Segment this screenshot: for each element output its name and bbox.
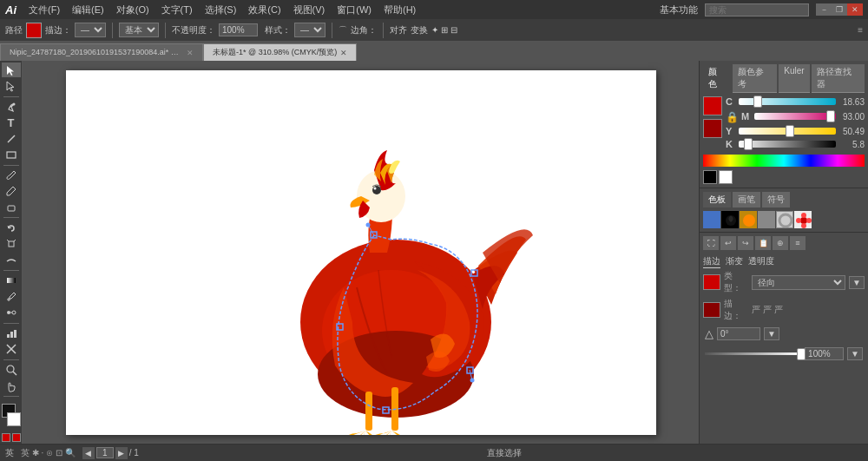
background-color[interactable] (7, 412, 21, 426)
panel-toggle[interactable]: ≡ (858, 25, 863, 35)
menu-effect[interactable]: 效果(C) (243, 2, 286, 18)
props-icon-5[interactable]: ⊕ (773, 236, 788, 250)
svg-point-22 (372, 186, 381, 194)
swatch-flower[interactable] (794, 211, 812, 228)
props-icon-6[interactable]: ≡ (790, 236, 806, 250)
fill-swatch[interactable] (26, 23, 42, 38)
y-slider-thumb[interactable] (786, 125, 794, 137)
menu-view[interactable]: 视图(V) (288, 2, 331, 18)
svg-rect-2 (7, 152, 16, 158)
restore-button[interactable]: ❐ (832, 3, 847, 16)
menu-file[interactable]: 文件(F) (23, 2, 65, 18)
warp-tool-btn[interactable] (2, 253, 21, 267)
opacity-menu-btn[interactable]: ▼ (847, 347, 863, 360)
eraser-tool-btn[interactable] (2, 200, 21, 214)
prev-page-btn[interactable]: ◀ (82, 447, 95, 459)
color-tab[interactable]: 颜色 (703, 64, 731, 93)
rect-tool-btn[interactable] (2, 147, 21, 161)
c-slider-track[interactable] (739, 98, 836, 105)
menu-text[interactable]: 文字(T) (156, 2, 198, 18)
opacity-slider-thumb[interactable] (797, 348, 806, 360)
type-select[interactable]: 径向 (752, 275, 845, 290)
k-slider-track[interactable] (739, 141, 836, 148)
menu-select[interactable]: 选择(S) (200, 2, 242, 18)
stroke-tab-label[interactable]: 描边 (703, 255, 720, 268)
tab-2[interactable]: 未标题-1* @ 310.98% (CMYK/预览) ✕ (203, 43, 357, 61)
hand-tool-btn[interactable] (2, 379, 21, 393)
black-swatch[interactable] (703, 170, 717, 184)
brushes-tab[interactable]: 画笔 (733, 192, 760, 207)
swatch-ring[interactable] (776, 211, 793, 228)
gradient-tool-btn[interactable] (2, 273, 21, 288)
scale-tool-btn[interactable] (2, 236, 21, 251)
swatch-blue[interactable] (703, 211, 720, 228)
white-swatch[interactable] (719, 170, 733, 184)
opacity-input[interactable] (219, 23, 258, 36)
k-slider-thumb[interactable] (744, 138, 753, 150)
swatch-black[interactable] (721, 211, 739, 228)
props-icon-3[interactable]: ↪ (738, 236, 753, 250)
menu-object[interactable]: 对象(O) (111, 2, 155, 18)
divider-2 (165, 23, 166, 38)
close-button[interactable]: ✕ (847, 3, 863, 16)
swatches-tab[interactable]: 色板 (703, 192, 731, 207)
props-red-swatch[interactable] (703, 274, 720, 290)
kuler-tab[interactable]: Kuler (779, 64, 809, 93)
pathfinder-tab[interactable]: 路径查找器 (812, 64, 865, 93)
pencil-tool-btn[interactable] (2, 184, 21, 199)
blend-tool-btn[interactable] (2, 305, 21, 319)
props-icon-1[interactable]: ⛶ (703, 236, 719, 250)
swatch-orange-circle[interactable] (740, 211, 757, 228)
y-slider-track[interactable] (739, 128, 836, 135)
angle-input[interactable] (717, 327, 760, 340)
selection-tool-btn[interactable] (2, 63, 21, 77)
rotate-tool-btn[interactable] (2, 221, 21, 235)
m-slider-track[interactable] (754, 113, 836, 120)
props-icon-4[interactable]: 📋 (755, 236, 771, 250)
tab-1[interactable]: Nipic_24787180_20190610191537190084.ai* … (0, 43, 203, 61)
options-bar: 路径 描边： — 基本 不透明度： 样式： — ⌒ 边角： 对齐 变换 ✦ ⊞ … (0, 19, 868, 42)
fill-color-indicator[interactable] (2, 433, 10, 442)
pen-tool-btn[interactable] (2, 99, 21, 114)
chart-tool-btn[interactable] (2, 326, 21, 340)
angle-menu-btn[interactable]: ▼ (764, 327, 779, 340)
alt-color-swatch[interactable] (703, 119, 722, 138)
next-page-btn[interactable]: ▶ (115, 447, 128, 459)
menu-window[interactable]: 窗口(W) (332, 2, 377, 18)
opacity-tab-label[interactable]: 透明度 (748, 255, 774, 268)
direct-selection-tool-btn[interactable] (2, 78, 21, 93)
opacity-pct-input[interactable] (805, 347, 844, 360)
menu-help[interactable]: 帮助(H) (378, 2, 421, 18)
tab-1-close[interactable]: ✕ (187, 49, 194, 57)
props-icon-2[interactable]: ↩ (720, 236, 736, 250)
color-ref-tab[interactable]: 颜色参考 (733, 64, 778, 93)
type-tool-btn[interactable]: T (2, 115, 21, 130)
type-menu-btn[interactable]: ▼ (849, 276, 865, 289)
style-select[interactable]: — (294, 23, 326, 37)
zoom-tool-btn[interactable] (2, 363, 21, 378)
opacity-slider[interactable] (705, 352, 801, 355)
current-color-swatch[interactable] (703, 96, 722, 115)
brush-tool-btn[interactable] (2, 168, 21, 182)
swatch-gray[interactable] (758, 211, 775, 228)
color-spectrum[interactable] (703, 155, 865, 167)
search-input[interactable] (705, 3, 809, 16)
stroke-weight-select[interactable]: 基本 (119, 23, 159, 37)
stroke-select[interactable]: — (75, 23, 106, 37)
m-slider-thumb[interactable] (826, 110, 835, 122)
props-dark-red-swatch[interactable] (703, 302, 720, 318)
slice-tool-btn[interactable] (2, 342, 21, 357)
menu-edit[interactable]: 编辑(E) (67, 2, 109, 18)
minimize-button[interactable]: － (816, 3, 832, 16)
page-number-input[interactable] (96, 447, 114, 458)
lock-icon[interactable]: 🔒 (726, 111, 739, 123)
eyedropper-tool-btn[interactable] (2, 289, 21, 304)
stroke-color-indicator[interactable] (12, 433, 21, 442)
c-slider-thumb[interactable] (753, 95, 762, 108)
gradient-tab-label[interactable]: 渐变 (726, 255, 743, 268)
symbols-tab[interactable]: 符号 (762, 192, 790, 207)
line-tool-btn[interactable] (2, 131, 21, 146)
app-logo: Ai (5, 3, 16, 16)
y-value: 50.49 (838, 127, 865, 136)
tab-2-close[interactable]: ✕ (340, 49, 347, 57)
